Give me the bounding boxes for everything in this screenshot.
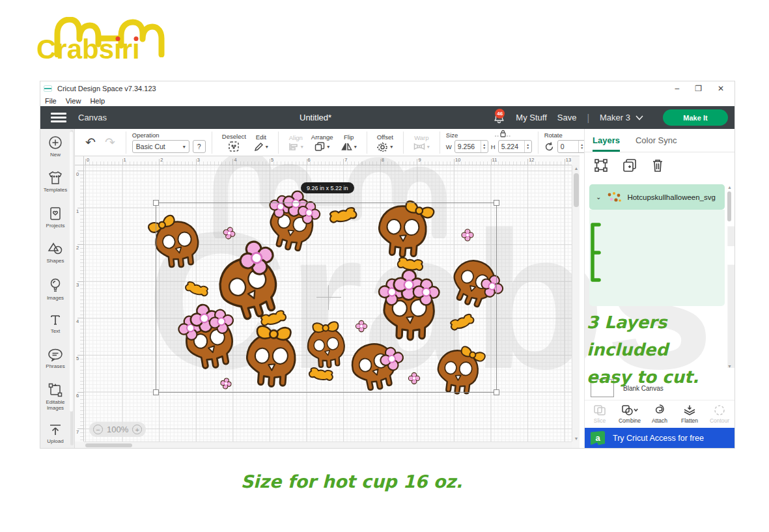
flip-icon (341, 142, 352, 151)
lock-icon[interactable] (494, 130, 511, 137)
menu-help[interactable]: Help (90, 97, 105, 105)
layer-sublist (589, 210, 725, 306)
width-stepper[interactable]: ▲▼ (481, 141, 488, 152)
horizontal-scrollbar[interactable] (84, 441, 572, 448)
hamburger-menu-icon[interactable] (51, 113, 66, 122)
design-canvas[interactable]: Crabsiri 012345678910111213 01234567 (75, 156, 580, 448)
layers-panel: Crabsiri Layers Color Sync ⌄ Hotcupskull… (584, 129, 734, 448)
panel-scrollbar[interactable]: ▲ ▼ (727, 185, 733, 369)
header-bar: Canvas Untitled* 46 My Stuff Save | Make… (40, 106, 734, 129)
edit-toolbar: ↶ ↷ Operation Basic Cut▾ ? Deselect (75, 129, 580, 156)
projects-icon (49, 206, 62, 221)
sidebar-item-upload[interactable]: Upload (40, 423, 70, 444)
new-icon (48, 135, 63, 150)
redo-button[interactable]: ↷ (105, 135, 115, 150)
flatten-button[interactable]: Flatten (675, 400, 705, 428)
templates-icon (48, 171, 63, 185)
save-link[interactable]: Save (557, 113, 577, 122)
sidebar-item-phrases[interactable]: Phrases (40, 348, 70, 369)
minimize-button[interactable]: – (675, 84, 679, 93)
flip-button[interactable]: Flip ▾ (341, 133, 357, 151)
sidebar-item-projects[interactable]: Projects (40, 206, 70, 229)
delete-icon[interactable] (651, 158, 664, 173)
offset-button[interactable]: Offset ▾ (377, 133, 393, 152)
layer-group-name: Hotcupskullhalloween_svg (627, 193, 716, 201)
combine-button[interactable]: Combine (615, 400, 645, 428)
sidebar-item-text[interactable]: Text (40, 313, 70, 334)
attach-icon (652, 404, 667, 416)
selection-handle-bottom-left[interactable] (153, 389, 159, 395)
contour-button: Contour (705, 400, 734, 428)
machine-selector[interactable]: Maker 3 (600, 113, 643, 122)
deselect-button[interactable]: Deselect (222, 133, 246, 152)
document-title: Untitled* (300, 113, 331, 122)
text-icon (49, 313, 62, 326)
align-button: Align ▾ (288, 134, 303, 151)
menu-file[interactable]: File (45, 97, 57, 105)
height-stepper[interactable]: ▲▼ (524, 141, 531, 152)
slice-icon (593, 404, 606, 416)
close-button[interactable]: ✕ (718, 84, 724, 93)
selection-handle-top-right[interactable] (494, 200, 499, 206)
chevron-down-icon[interactable]: ⌄ (596, 193, 601, 201)
arrange-icon (315, 142, 325, 151)
blank-canvas-row: Blank Canvas (585, 376, 734, 400)
arrange-button[interactable]: Arrange ▾ (311, 133, 333, 151)
caption-text: Size for hot cup 16 oz. (195, 471, 508, 492)
app-window: Cricut Design Space v7.34.123 – ❐ ✕ File… (40, 81, 734, 448)
vertical-scrollbar[interactable]: ▲ ▼ (572, 165, 580, 441)
pencil-icon (254, 142, 264, 152)
help-button[interactable]: ? (193, 140, 206, 153)
panel-scrollbar-thumb[interactable] (727, 191, 731, 221)
selection-box[interactable] (156, 203, 497, 393)
blank-canvas-swatch[interactable] (591, 379, 614, 397)
horizontal-scrollbar-thumb[interactable] (85, 443, 132, 447)
layer-group-row[interactable]: ⌄ Hotcupskullhalloween_svg (589, 184, 725, 210)
zoom-out-button[interactable]: − (93, 425, 103, 434)
height-input[interactable]: 5.224▲▼ (498, 140, 532, 153)
menu-view[interactable]: View (66, 97, 81, 105)
images-icon (49, 277, 62, 293)
zoom-in-button[interactable]: + (132, 425, 142, 434)
my-stuff-link[interactable]: My Stuff (516, 113, 546, 122)
make-it-button[interactable]: Make It (663, 109, 728, 126)
width-input[interactable]: 9.256▲▼ (454, 140, 488, 153)
zoom-level: 100% (107, 425, 128, 434)
sidebar-item-templates[interactable]: Templates (40, 171, 70, 193)
zoom-control: − 100% + (89, 422, 146, 437)
maximize-button[interactable]: ❐ (695, 84, 702, 93)
align-icon (288, 143, 299, 151)
shapes-icon (48, 242, 63, 256)
sidebar-scrollbar[interactable] (70, 130, 74, 445)
nav-canvas[interactable]: Canvas (78, 113, 107, 122)
group-icon[interactable] (594, 158, 608, 173)
cricut-access-text: Try Cricut Access for free (613, 434, 704, 443)
selection-handle-top-left[interactable] (153, 200, 159, 206)
edit-button[interactable]: Edit ▾ (254, 133, 268, 152)
rotate-input[interactable]: 0▲▼ (557, 140, 586, 153)
flatten-icon (682, 404, 697, 416)
sidebar-item-editable-images[interactable]: Editable Images (40, 383, 70, 411)
cricut-access-logo: a (591, 431, 605, 445)
cricut-access-banner[interactable]: a Try Cricut Access for free (585, 428, 734, 448)
selection-handle-bottom-right[interactable] (494, 389, 499, 395)
sidebar-item-new[interactable]: New (40, 135, 70, 158)
operation-dropdown[interactable]: Basic Cut▾ (132, 140, 189, 153)
notification-badge: 46 (495, 109, 505, 119)
title-bar: Cricut Design Space v7.34.123 – ❐ ✕ (40, 81, 734, 95)
phrases-icon (48, 348, 63, 361)
sidebar-item-images[interactable]: Images (40, 277, 70, 301)
app-icon (44, 85, 52, 92)
sidebar-item-shapes[interactable]: Shapes (40, 242, 70, 264)
notifications-bell-icon[interactable]: 46 (494, 111, 505, 124)
undo-button[interactable]: ↶ (85, 135, 96, 150)
slice-button: Slice (585, 400, 615, 428)
menu-bar: File View Help (40, 95, 734, 106)
duplicate-icon[interactable] (622, 158, 637, 173)
rotate-icon[interactable] (544, 142, 554, 151)
vertical-scrollbar-thumb[interactable] (574, 173, 579, 207)
tab-layers[interactable]: Layers (593, 129, 620, 152)
page: Crabsırı Cricut Design Space v7.34.123 –… (0, 0, 769, 532)
tab-color-sync[interactable]: Color Sync (636, 135, 677, 145)
attach-button[interactable]: Attach (645, 400, 675, 428)
